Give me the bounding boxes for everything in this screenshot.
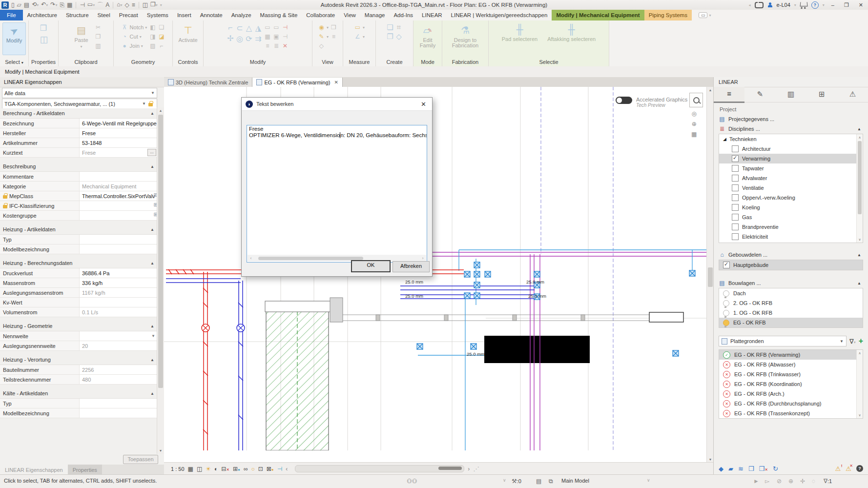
resize-grip-icon[interactable]: ⋰ <box>473 466 479 472</box>
discipline-ventilatie[interactable]: Ventilatie <box>719 183 863 193</box>
design-options-icon[interactable]: ⧉ <box>549 478 553 485</box>
edit-family-button[interactable]: ▱✎ Edit Family <box>416 22 439 48</box>
bulb-icon[interactable] <box>723 300 729 306</box>
match-type-icon[interactable]: ▥ <box>95 42 102 49</box>
discipline-gas[interactable]: Gas <box>719 212 863 222</box>
checkbox[interactable] <box>732 204 739 211</box>
room-tool-icon[interactable]: ▰ <box>728 465 733 472</box>
collapse-icon[interactable]: ▲ <box>150 164 154 169</box>
property-row[interactable]: Artikelnummer53-1848 <box>0 138 157 148</box>
tab-architecture[interactable]: Architecture <box>23 10 62 20</box>
scrollbar-thumb[interactable] <box>708 267 713 287</box>
collapse-icon[interactable]: ▲ <box>150 227 154 232</box>
undo-icon[interactable]: ↶▾ <box>41 1 48 9</box>
crop-view-icon[interactable]: ⊟✕ <box>221 466 229 472</box>
scroll-right-icon[interactable]: › <box>468 466 470 472</box>
level-dach[interactable]: Dach <box>719 288 863 298</box>
property-row[interactable]: Bezeichnung6-Wege-Ventil mit Regelgruppe <box>0 119 157 128</box>
select-pinned-icon[interactable]: ⊘ <box>777 478 782 485</box>
hide-elements-icon[interactable]: ◉ <box>318 24 325 31</box>
expander-icon[interactable]: ◢ <box>723 137 726 142</box>
linework-icon[interactable]: ≡ <box>330 33 337 40</box>
dialog-title-bar[interactable]: ◗ Tekst bewerken ✕ <box>242 98 432 111</box>
search-binoculars-icon[interactable] <box>755 2 764 8</box>
property-row[interactable]: Auslegungsmassenstrom1167 kg/h <box>0 288 157 298</box>
shadows-icon[interactable]: ◐ <box>214 466 218 472</box>
paint-icon[interactable]: ◪ <box>158 33 165 40</box>
save-icon[interactable]: ▤ <box>24 1 29 8</box>
plan-durchbruchsplanung[interactable]: ✕EG - OK RFB (Durchbruchsplanung) <box>719 399 863 408</box>
tab-warnings[interactable]: ⚠ <box>837 87 868 102</box>
section-header[interactable]: Kälte - Artikeldaten▲ <box>0 388 157 399</box>
discipline-tapwater[interactable]: Tapwater <box>719 163 863 173</box>
tab-modify-mechanical-equipment[interactable]: Modify | Mechanical Equipment <box>552 10 644 20</box>
plan-verwarming[interactable]: ✓EG - OK RFB (Verwarming) <box>719 350 863 360</box>
cut-to-clipboard-icon[interactable]: ✂ <box>95 24 102 31</box>
view-tab-3d-technik[interactable]: 3D (Heizung) Technik Zentrale <box>164 78 252 87</box>
apply-coping-icon[interactable]: ❏ <box>158 24 165 31</box>
trim-single-icon[interactable]: ▣ <box>273 33 280 40</box>
discipline-afvalwater[interactable]: Afvalwater <box>719 173 863 183</box>
pan-icon[interactable]: ⊕ <box>691 121 697 127</box>
reveal-constraints-icon[interactable]: ⊣ <box>277 466 282 472</box>
scrollbar-thumb[interactable] <box>258 257 363 260</box>
plan-koordination[interactable]: ✕EG - OK RFB (Koordination) <box>719 379 863 389</box>
worksharing-users-icon[interactable]: ⚇⚇ <box>407 478 417 485</box>
help-dropdown-icon[interactable]: ▾ <box>823 3 825 7</box>
scroll-down-icon[interactable]: ∨ <box>857 236 863 243</box>
tab-linear[interactable]: LINEAR <box>417 10 447 20</box>
minimize-button[interactable]: – <box>828 2 837 8</box>
scroll-down-icon[interactable]: ▼ <box>157 447 164 454</box>
editable-only-icon[interactable]: ▤ <box>536 478 541 485</box>
checkbox[interactable] <box>732 175 739 182</box>
data-filter-combobox[interactable]: Alle data▼ <box>2 88 157 98</box>
delete-icon[interactable]: ⊣ <box>282 24 289 31</box>
scroll-left-icon[interactable]: ‹ <box>248 256 254 261</box>
copy-icon[interactable]: ◎ <box>236 34 244 43</box>
revit-logo-icon[interactable]: R <box>1 1 9 9</box>
equipment-block[interactable] <box>484 336 590 363</box>
property-row[interactable]: KategorieMechanical Equipment <box>0 182 157 191</box>
blue-pipes[interactable] <box>166 279 535 450</box>
plan-trassenkonzept[interactable]: ✕EG - OK RFB (Trassenkonzept) <box>719 408 863 418</box>
design-option-selector[interactable]: Main Model <box>561 478 589 484</box>
red-valve[interactable] <box>202 324 209 332</box>
discipline-koeling[interactable]: Koeling <box>719 203 863 212</box>
bulb-icon[interactable] <box>723 290 729 297</box>
property-row[interactable]: Kommentare <box>0 172 157 182</box>
close-view-icon[interactable]: ✕ <box>334 80 338 85</box>
measure-angle-icon[interactable]: ∠ <box>354 33 361 40</box>
property-row[interactable]: Teilstreckennummer480 <box>0 375 157 385</box>
discipline-elektriciteit[interactable]: Elektriciteit <box>719 232 863 242</box>
section-header[interactable]: Heizung - Artikeldaten▲ <box>0 224 157 235</box>
checkbox[interactable] <box>723 262 730 268</box>
plan-arch[interactable]: ✕EG - OK RFB (Arch.) <box>719 389 863 399</box>
trim-corner-icon[interactable]: ▦ <box>264 33 271 40</box>
create-parts-icon[interactable]: ◇ <box>395 32 403 41</box>
close-button[interactable]: ✕ <box>856 2 866 8</box>
checkbox[interactable] <box>732 145 739 152</box>
user-avatar-icon[interactable] <box>767 2 773 8</box>
discipline-oppervl-verw-koeling[interactable]: Oppervl.-verw./koeling <box>719 193 863 203</box>
checkbox[interactable] <box>732 224 739 230</box>
tab-library[interactable]: ▥ <box>775 87 806 102</box>
paste-button[interactable]: ▤ Paste▾ <box>70 22 93 49</box>
section-header[interactable]: Heizung - Verortung▲ <box>0 355 157 365</box>
gebouwdeel-hauptgebaeude[interactable]: Hauptgebäude <box>719 260 863 270</box>
view-scale[interactable]: 1 : 50 <box>171 466 185 472</box>
collapse-icon[interactable]: ▲ <box>857 127 863 131</box>
level-1og[interactable]: 1. OG - OK RFB <box>719 308 863 318</box>
view-tab-eg-ok-rfb[interactable]: EG - OK RFB (Verwarming) ✕ <box>252 78 342 87</box>
section-header[interactable]: Berechnung - Artikeldaten▲ <box>0 108 157 119</box>
new-document-icon[interactable]: ▯ <box>11 1 15 8</box>
temporary-hide-isolate-icon[interactable]: ○ <box>251 466 254 472</box>
modify-icon[interactable]: ⊣ <box>80 1 84 8</box>
property-row[interactable]: KurztextFrese... <box>0 148 157 158</box>
text-edit-area[interactable]: Frese OPTIMIZER 6-Wege, Ventildimension:… <box>247 125 427 263</box>
tab-systems[interactable]: Systems <box>143 10 173 20</box>
scroll-up-icon[interactable]: ▲ <box>157 107 164 114</box>
checkbox[interactable] <box>732 233 739 240</box>
displace-icon[interactable]: ◇ <box>318 42 325 49</box>
help-icon[interactable]: ? <box>856 465 863 472</box>
add-view-button[interactable]: + <box>859 338 863 345</box>
